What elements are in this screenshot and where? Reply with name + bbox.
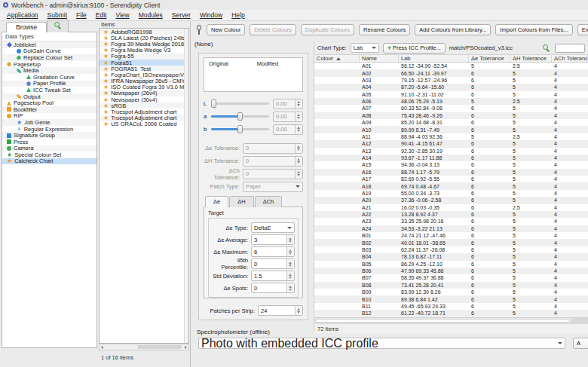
- tree-item-press[interactable]: Press: [2, 139, 96, 145]
- tree-item-signature-group[interactable]: Signature Group: [2, 132, 96, 139]
- tree-item-gradation-curve[interactable]: Gradation Curve: [2, 74, 96, 81]
- tree-item-special-colour-set[interactable]: ★Special Colour Set: [2, 151, 96, 158]
- tree-item-output[interactable]: Output: [2, 93, 96, 100]
- table-row-B08[interactable]: B0873.41 25.28 20.41654: [314, 282, 588, 289]
- table-row-B04[interactable]: B0478.13 6.82 -17.11654: [314, 253, 588, 260]
- table-row-A22[interactable]: A2213.28 8.92 4.37654: [314, 211, 588, 218]
- menu-window[interactable]: Window: [196, 11, 226, 20]
- tree-item-regular-expression[interactable]: ✳Regular Expression: [2, 126, 96, 133]
- table-row-A11[interactable]: A1188.94 -4.03 92.3652.54: [314, 133, 588, 140]
- new-colour-button[interactable]: New Colour: [207, 24, 245, 35]
- list-item-fogra-media-wedge-v3[interactable]: ★Fogra Media Wedge V3: [100, 47, 188, 54]
- table-row-B10[interactable]: B1089.38 6.84 1.42654: [314, 295, 588, 302]
- column-de-tolerance[interactable]: Δe Tolerance: [469, 55, 510, 62]
- rename-colours-button[interactable]: Rename Colours: [359, 24, 410, 35]
- press-icc-profile-button[interactable]: +Press ICC Profile...: [383, 43, 446, 54]
- table-row-A16[interactable]: A1688.74 1.17 -5.79654: [314, 169, 588, 176]
- table-row-B07[interactable]: B0758.35 49.37 36.88654: [314, 274, 588, 281]
- tab-search[interactable]: [47, 20, 69, 32]
- table-row-A03[interactable]: A0379.15 -12.57 -24.96654: [314, 77, 588, 84]
- spinner-icon[interactable]: [295, 125, 302, 134]
- tab-browse[interactable]: Browse: [6, 22, 47, 32]
- spinner-icon[interactable]: [295, 112, 302, 121]
- spinner-icon[interactable]: [295, 99, 302, 109]
- spinner-icon[interactable]: [295, 157, 302, 166]
- tree-item-pagesetup[interactable]: Pagesetup: [2, 61, 96, 68]
- table-row-A08[interactable]: A0875.43 28.46 -9.26654: [314, 112, 588, 119]
- list-item-ifra-newspaper-26v5-cmyk[interactable]: ★IFRA Newspaper 26v5 - CMYK: [100, 78, 188, 84]
- scrollbar-thumb[interactable]: [315, 319, 570, 323]
- tab-dh[interactable]: ΔH: [229, 196, 253, 207]
- list-item-truespot-adjustment-chart[interactable]: ★Truespot Adjustment chart: [100, 115, 188, 121]
- spinner-icon[interactable]: [286, 283, 294, 292]
- list-item-iso-coated-fogra-39-v3-0-media-w[interactable]: ★ISO Coated Fogra 39 V3.0 Media W: [100, 84, 188, 90]
- slider-L[interactable]: [211, 102, 269, 105]
- tab-dch[interactable]: ΔCh: [255, 196, 283, 207]
- table-row-A15[interactable]: A1594.36 -0.04 3.13654: [314, 161, 588, 168]
- table-row-A07[interactable]: A0760.33 52.84 -9.08654: [314, 105, 588, 112]
- partial-button[interactable]: A: [573, 338, 588, 349]
- colour-search-input[interactable]: [555, 44, 585, 53]
- menu-server[interactable]: Server: [168, 11, 194, 20]
- spinner-icon[interactable]: [295, 144, 302, 153]
- spectrophotometer-select[interactable]: Photo with embedded ICC profile: [198, 338, 565, 349]
- table-row-A12[interactable]: A1290.41 -4.15 61.47654: [314, 140, 588, 147]
- spinner-icon[interactable]: [286, 235, 294, 244]
- slider-a[interactable]: [211, 115, 269, 118]
- table-row-B12[interactable]: B1261.22 -40.72 18.71654: [314, 310, 588, 317]
- de-type-select[interactable]: DeltaE: [251, 222, 295, 233]
- table-row-A24[interactable]: A2434.53 -3.22 21.13654: [314, 225, 588, 232]
- column-name[interactable]: Name: [360, 55, 399, 62]
- menu-application[interactable]: Application: [3, 11, 42, 20]
- menu-edit[interactable]: Edit: [92, 11, 111, 20]
- list-item-truespot-adjustment-chart[interactable]: ★Truespot Adjustment chart: [100, 109, 188, 115]
- list-item-fogra51[interactable]: ★Fogra51: [100, 60, 188, 66]
- table-row-A01[interactable]: A0156.12 -34.90 -52.5452.54: [314, 63, 588, 69]
- list-item-fogra51-test[interactable]: ★FOGRA51_Test: [100, 66, 188, 72]
- slider-b[interactable]: [211, 128, 269, 130]
- list-item-newspaper-26v4[interactable]: ★Newspaper (26v4): [100, 90, 188, 96]
- slider-a-handle[interactable]: [237, 112, 243, 121]
- items-vertical-scrollbar[interactable]: [184, 29, 188, 343]
- table-row-A02[interactable]: A0266.50 -24.11 -39.97654: [314, 69, 588, 76]
- menu-help[interactable]: Help: [228, 11, 248, 20]
- tree-item-job-genie[interactable]: ★Job Genie: [2, 119, 96, 126]
- menu-modules[interactable]: Modules: [135, 11, 167, 20]
- menu-view[interactable]: View: [112, 11, 133, 20]
- list-item-fogra-39-media-wedge-2016[interactable]: ★Fogra 39 Media Wedge 2016: [100, 41, 188, 47]
- pin-icon[interactable]: [195, 25, 202, 35]
- table-row-A17[interactable]: A1782.69 0.92 -5.55654: [314, 176, 588, 182]
- table-row-B09[interactable]: B0983.99 12.39 8.26654: [314, 289, 588, 295]
- tree-item-icc-tweak-set[interactable]: ICC Tweak Set: [2, 87, 96, 93]
- dch-tolerance-field[interactable]: 0: [243, 169, 303, 179]
- spinner-icon[interactable]: [286, 271, 294, 280]
- scrollbar-thumb[interactable]: [137, 345, 182, 349]
- tree-item-bookfilter[interactable]: Bookfilter: [2, 106, 96, 113]
- slider-b-handle[interactable]: [237, 125, 243, 133]
- table-row-A04[interactable]: A0487.20 -5.64 -15.60654: [314, 84, 588, 90]
- column-lab[interactable]: Lab: [399, 55, 469, 62]
- table-row-A10[interactable]: A1089.99 8.31 -7.49654: [314, 126, 588, 133]
- column-colour[interactable]: Colour: [314, 55, 360, 62]
- table-row-A19[interactable]: A1955.00 0.34 -3.73654: [314, 190, 588, 197]
- scroll-left-icon[interactable]: [101, 346, 103, 349]
- list-item-newspaper-30v4[interactable]: ★Newspaper (30v4): [100, 96, 188, 102]
- menu-file[interactable]: File: [72, 11, 90, 20]
- slider-L-handle[interactable]: [211, 99, 216, 108]
- table-row-A05[interactable]: A0591.10 -2.31 -11.02654: [314, 91, 588, 98]
- spinner-icon[interactable]: [286, 247, 294, 256]
- add-colours-from-library-button[interactable]: Add Colours from Library...: [415, 24, 491, 35]
- tree-item-rip[interactable]: RIP: [2, 113, 96, 120]
- slider-L-value[interactable]: 0.00: [273, 99, 303, 109]
- patch-type-select[interactable]: Paper: [243, 182, 303, 192]
- scroll-right-icon[interactable]: [185, 346, 187, 349]
- spinner-icon[interactable]: [295, 306, 302, 315]
- table-row-B03[interactable]: B0362.24 11.37 -26.08654: [314, 246, 588, 253]
- list-item-fograchart-isonewspaperv4-ifra[interactable]: ★FograChart_ISOnewspaperV4 (IFRA: [100, 72, 188, 78]
- table-row-A14[interactable]: A1493.67 -1.17 11.88654: [314, 154, 588, 161]
- table-horizontal-scrollbar[interactable]: [314, 317, 588, 323]
- list-item-adobergb1998[interactable]: ★AdobeRGB1998: [100, 29, 188, 35]
- tree-item-pagesetup-pool[interactable]: Pagesetup Pool: [2, 99, 96, 106]
- chart-type-select[interactable]: Lab: [351, 43, 379, 53]
- de-tolerance-field[interactable]: 0: [243, 143, 303, 154]
